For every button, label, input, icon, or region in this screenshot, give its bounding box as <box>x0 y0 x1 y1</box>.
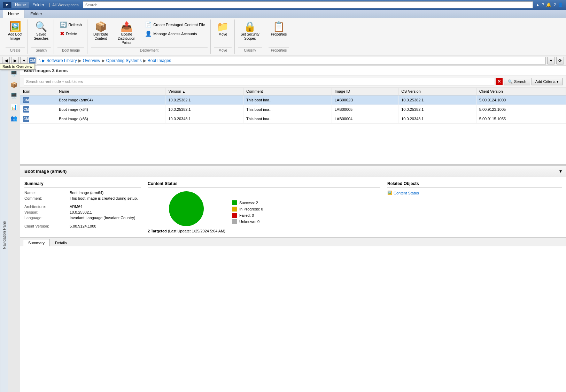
home-tab[interactable]: Home <box>12 2 29 8</box>
table-row[interactable]: CM Boot image (arm64) 10.0.25382.1 This … <box>20 95 566 105</box>
search-clear-button[interactable]: ✕ <box>496 78 503 85</box>
boot-images-table: Icon Name Version ▲ Comment Image ID OS … <box>20 88 566 124</box>
table-row[interactable]: CM Boot image (x86) 10.0.20348.1 This bo… <box>20 114 566 124</box>
col-comment[interactable]: Comment <box>243 88 332 95</box>
detail-client-version-row: Client Version: 5.00.9124.1000 <box>24 224 141 228</box>
legend-success: Success: 2 <box>232 200 263 205</box>
refresh-label: Refresh <box>68 23 82 27</box>
add-criteria-button[interactable]: Add Criteria ▾ <box>532 78 563 85</box>
nav-icon-4[interactable]: 👥 <box>9 113 19 123</box>
detail-language-row: Language: Invariant Language (Invariant … <box>24 216 141 220</box>
col-icon[interactable]: Icon <box>20 88 56 95</box>
tab-folder[interactable]: Folder <box>25 10 47 18</box>
search-group-label: Search <box>31 47 51 53</box>
targeted-text: 2 Targeted (Last Update: 1/25/2024 5:04 … <box>148 229 225 233</box>
unknown-color <box>232 219 237 224</box>
refresh-nav-button[interactable]: ⟳ <box>556 57 564 64</box>
create-prestaged-button[interactable]: 📄 Create Prestaged Content File <box>142 20 208 29</box>
breadcrumb-boot-images[interactable]: Boot Images <box>148 58 171 63</box>
nav-icon-1[interactable]: 📦 <box>9 80 19 90</box>
col-name[interactable]: Name <box>56 88 165 95</box>
create-prestaged-icon: 📄 <box>145 21 152 28</box>
details-collapse-icon[interactable]: ▾ <box>559 168 562 174</box>
related-objects-section: Related Objects 🖼️ Content Status <box>387 181 562 233</box>
search-button[interactable]: 🔍 Search <box>504 78 530 85</box>
col-image-id[interactable]: Image ID <box>332 88 398 95</box>
row-name: Boot image (x86) <box>56 114 165 124</box>
breadcrumb-dropdown[interactable]: ▾ <box>547 57 555 64</box>
add-boot-image-button[interactable]: 🖼️ Add Boot Image <box>6 20 25 43</box>
properties-icon: 📋 <box>273 22 285 32</box>
breadcrumb-overview[interactable]: Overview <box>83 58 100 63</box>
saved-searches-button[interactable]: 🔍 Saved Searches <box>31 20 51 43</box>
breadcrumb-software-library[interactable]: Software Library <box>46 58 77 63</box>
row-image-id: LAB0002B <box>332 95 398 105</box>
refresh-button[interactable]: 🔄 Refresh <box>57 20 84 29</box>
language-value: Invariant Language (Invariant Country) <box>70 216 141 220</box>
details-content: Summary Name: Boot image (arm64) Comment… <box>20 177 566 237</box>
in-progress-color <box>232 207 237 212</box>
content-status-link[interactable]: 🖼️ Content Status <box>387 191 562 195</box>
row-version: 10.0.25382.1 <box>165 95 243 105</box>
tab-home[interactable]: Home <box>3 10 24 18</box>
row-client-version: 5.00.9123.1005 <box>476 105 566 114</box>
sort-arrow: ▲ <box>182 90 185 93</box>
move-button[interactable]: 📁 Move <box>214 20 232 38</box>
distribute-content-button[interactable]: 📦 Distribute Content <box>91 20 110 43</box>
help-icon[interactable]: ? <box>542 2 544 7</box>
row-image-id: LAB00004 <box>332 114 398 124</box>
row-os-version: 10.0.25382.1 <box>398 105 476 114</box>
delete-button[interactable]: ✖ Delete <box>57 29 84 38</box>
back-tooltip: Back to Overview <box>0 63 35 70</box>
nav-icon-0[interactable]: 🖥️ <box>9 69 19 78</box>
add-boot-image-label: Add Boot Image <box>8 32 22 41</box>
name-label: Name: <box>24 191 70 195</box>
nav-icon-3[interactable]: 📊 <box>9 102 19 112</box>
table-container[interactable]: Icon Name Version ▲ Comment Image ID OS … <box>20 88 566 164</box>
row-comment: This boot ima... <box>243 95 332 105</box>
ribbon-group-classify: 🔒 Set Security Scopes Classify <box>235 20 265 54</box>
col-client-version[interactable]: Client Version <box>476 88 566 95</box>
col-os-version[interactable]: OS Version <box>398 88 476 95</box>
success-label: Success: 2 <box>239 201 258 205</box>
delete-label: Delete <box>66 32 77 36</box>
breadcrumb-sep4: ▶ <box>102 58 105 63</box>
set-security-button[interactable]: 🔒 Set Security Scopes <box>238 20 262 43</box>
breadcrumb-sep2: ▶ <box>42 58 45 63</box>
navigation-pane-label: Navigation Pane <box>0 66 8 392</box>
breadcrumb-operating-systems[interactable]: Operating Systems <box>106 58 142 63</box>
row-os-version: 10.0.20348.1 <box>398 114 476 124</box>
row-icon: CM <box>23 116 29 122</box>
related-link-icon: 🖼️ <box>387 191 392 195</box>
col-version[interactable]: Version ▲ <box>165 88 243 95</box>
failed-label: Failed: 0 <box>239 213 254 217</box>
name-value: Boot image (arm64) <box>70 191 141 195</box>
content-title: Boot Images 3 items <box>24 68 563 73</box>
update-dp-icon: 📤 <box>121 22 133 32</box>
app-dropdown[interactable]: ▼ <box>3 2 11 8</box>
details-header: Boot image (arm64) ▾ <box>20 166 566 177</box>
manage-accounts-button[interactable]: 👤 Manage Access Accounts <box>142 29 208 38</box>
title-menu: Home Folder <box>12 2 47 8</box>
search-button-label: Search <box>514 79 526 84</box>
detail-version-row: Version: 10.0.25382.1 <box>24 210 141 214</box>
user-icon[interactable]: 👤 <box>558 2 563 7</box>
update-dp-button[interactable]: 📤 Update Distribution Points <box>112 20 141 47</box>
title-search-input[interactable] <box>83 1 533 8</box>
table-row[interactable]: CM Boot image (x64) 10.0.25382.1 This bo… <box>20 105 566 114</box>
tab-summary[interactable]: Summary <box>23 239 50 246</box>
distribute-content-icon: 📦 <box>95 22 107 32</box>
expand-icon[interactable]: ▲ <box>536 2 540 7</box>
ribbon-group-deployment: 📦 Distribute Content 📤 Update Distributi… <box>88 20 211 54</box>
breadcrumb-sep5: ▶ <box>143 58 146 63</box>
folder-tab[interactable]: Folder <box>30 2 47 8</box>
notification-icon[interactable]: 🔔 <box>546 2 551 7</box>
properties-button[interactable]: 📋 Properties <box>269 20 289 38</box>
security-icon: 🔒 <box>244 22 256 32</box>
nav-icon-2[interactable]: 🖥️ <box>9 91 19 101</box>
row-icon: CM <box>23 97 29 103</box>
tab-details[interactable]: Details <box>50 239 72 246</box>
title-icons: ▲ ? 🔔 2 👤 <box>536 2 563 7</box>
search-input[interactable] <box>24 78 494 85</box>
set-security-label: Set Security Scopes <box>241 32 259 41</box>
